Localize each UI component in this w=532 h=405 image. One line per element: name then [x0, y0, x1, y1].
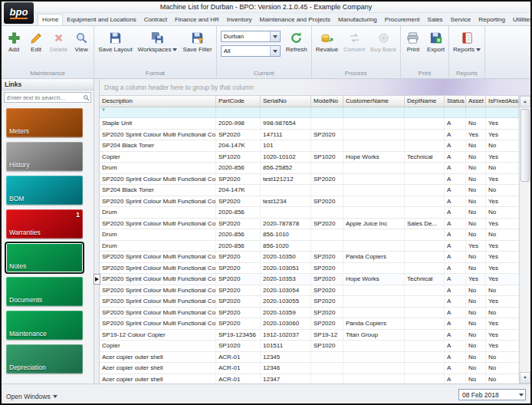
sidebar-item-warranties[interactable]: Warranties1 — [6, 209, 83, 239]
cell: 204-147K — [216, 185, 261, 196]
buy-back-button[interactable]: Buy Back — [368, 28, 399, 54]
table-row[interactable]: Drum2020-856ANoNo — [100, 207, 519, 219]
tab-manufacturing[interactable]: Manufacturing — [334, 15, 381, 25]
filter-cell-asset[interactable] — [466, 107, 486, 117]
tab-reporting[interactable]: Reporting — [475, 15, 509, 25]
table-row[interactable]: Acer copier outer shellACR-0112345ANoNo — [100, 352, 519, 364]
table-row[interactable]: SP2020 Sprint Colour Multi Functional Co… — [100, 263, 519, 275]
scroll-up-icon[interactable] — [520, 96, 530, 107]
edit-icon — [28, 29, 44, 46]
tab-maintenance-and-projects[interactable]: Maintenance and Projects — [256, 15, 335, 25]
filter-cell-modelno[interactable] — [311, 107, 343, 117]
table-row[interactable]: SP19-12 Colour CopierSP19-1234561912-102… — [100, 330, 519, 341]
table-row[interactable]: SP2020 Sprint Colour Multi Functional Co… — [100, 196, 519, 208]
sidebar-splitter[interactable] — [94, 79, 100, 384]
save-layout-button[interactable]: Save Layout — [96, 28, 134, 54]
ribbon-tabs: HomeEquipment and LocationsContractFinan… — [38, 14, 532, 25]
export-button[interactable]: Export — [425, 28, 447, 54]
tab-procurement[interactable]: Procurement — [381, 15, 424, 25]
column-header-description[interactable]: Description — [100, 96, 216, 107]
cell: SP204 Black Toner — [100, 140, 216, 151]
table-row[interactable]: SP2020 Sprint Colour Multi Functional Co… — [100, 219, 519, 230]
save-filter-button[interactable]: Save Filter — [180, 28, 214, 54]
sidebar-item-label: Depreciation — [9, 364, 46, 371]
view-button[interactable]: View — [71, 28, 92, 54]
table-row[interactable]: SP2020 Sprint Colour Multi Functional Co… — [100, 318, 519, 330]
tab-home[interactable]: Home — [38, 14, 63, 25]
site-dropdown[interactable]: Durban — [221, 31, 281, 42]
scroll-thumb[interactable] — [521, 109, 530, 182]
column-header-customername[interactable]: CustomerName — [343, 96, 405, 107]
cell: No — [466, 207, 486, 218]
cell: No — [466, 185, 486, 196]
table-row[interactable]: Staple Unit2020-998998-987654ANoYes — [100, 118, 519, 130]
print-button[interactable]: Print — [402, 28, 424, 54]
filter-cell-isfixedasset[interactable] — [486, 107, 519, 117]
tab-finance-and-hr[interactable]: Finance and HR — [171, 15, 223, 25]
sidebar-item-bom[interactable]: BOM — [6, 176, 83, 205]
revalue-button[interactable]: Revalue — [314, 28, 340, 54]
filter-cell-status[interactable] — [445, 107, 466, 117]
grid-body: Staple Unit2020-998998-987654ANoYesSP202… — [100, 118, 519, 384]
filter-cell-serialno[interactable] — [261, 107, 311, 117]
tab-utilities[interactable]: Utilities — [509, 15, 532, 25]
cell: A — [445, 318, 466, 329]
column-header-serialno[interactable]: SerialNo — [261, 96, 311, 107]
delete-button[interactable]: Delete — [48, 28, 70, 54]
tab-sales[interactable]: Sales — [424, 15, 447, 25]
sidebar-item-maintenance[interactable]: Maintenance — [6, 311, 83, 340]
column-header-partcode[interactable]: PartCode — [216, 96, 261, 107]
convert-button[interactable]: Convert — [341, 28, 367, 54]
table-row[interactable]: CopierSP1020101511SP1020ANoYes — [100, 341, 519, 352]
tab-contract[interactable]: Contract — [140, 15, 171, 25]
sidebar-item-depreciation[interactable]: Depreciation — [6, 344, 83, 374]
grid-vertical-scrollbar[interactable] — [519, 96, 530, 384]
cell: Acer copier outer shell — [100, 363, 216, 374]
cell: 2020-998 — [216, 118, 261, 129]
sidebar-item-documents[interactable]: Documents — [6, 277, 83, 306]
sidebar-item-meters[interactable]: Meters — [6, 108, 83, 137]
filter-cell-deptname[interactable] — [405, 107, 445, 117]
add-button[interactable]: Add — [3, 28, 25, 54]
table-row[interactable]: CopierSP10201020-10102SP1020Hope WorksTe… — [100, 152, 519, 163]
table-row[interactable]: SP2020 Sprint Colour Multi Functional Co… — [100, 174, 519, 186]
sidebar-item-notes[interactable]: Notes — [6, 243, 83, 272]
tab-inventory[interactable]: Inventory — [223, 15, 256, 25]
cell — [343, 196, 405, 207]
filter-cell-description[interactable] — [100, 107, 216, 117]
table-row[interactable]: Drum2020-856856-1010ANoNo — [100, 229, 519, 241]
workspaces-button[interactable]: Workspaces — [136, 28, 180, 54]
filter-cell-partcode[interactable] — [216, 107, 261, 117]
tab-service[interactable]: Service — [447, 15, 475, 25]
search-input[interactable] — [5, 94, 81, 101]
table-row[interactable]: Acer copier outer shellACR-0112346ANoNo — [100, 363, 519, 374]
sidebar-item-history[interactable]: History — [6, 142, 83, 171]
tab-equipment-and-locations[interactable]: Equipment and Locations — [63, 15, 140, 25]
column-header-isfixedasset[interactable]: IsFixedAsset — [486, 96, 519, 107]
table-row[interactable]: SP2020 Sprint Colour Multi Functional Co… — [100, 252, 519, 263]
scroll-down-icon[interactable] — [520, 372, 530, 384]
table-row[interactable]: SP2020 Sprint Colour Multi Functional Co… — [100, 285, 519, 297]
column-header-deptname[interactable]: DeptName — [405, 96, 445, 107]
edit-button[interactable]: Edit — [25, 28, 47, 54]
table-row[interactable]: SP204 Black Toner204-147K101ANoNo — [100, 140, 519, 152]
filter-cell-customername[interactable] — [343, 107, 405, 117]
reports-button[interactable]: Reports — [451, 28, 483, 54]
scroll-track[interactable] — [520, 107, 530, 372]
table-row[interactable]: SP2020 Sprint Colour Multi Functional Co… — [100, 130, 519, 141]
cell: SP2020 Sprint Colour Multi Functional Co… — [100, 318, 216, 329]
column-header-status[interactable]: Status — [445, 96, 466, 107]
refresh-button[interactable]: Refresh — [284, 28, 310, 54]
table-row[interactable]: SP204 Black Toner204-147KANoNo — [100, 185, 519, 196]
table-row[interactable]: Drum2020-856856-1020AYesYes — [100, 241, 519, 252]
date-picker[interactable]: 08 Feb 2018 — [458, 389, 526, 400]
table-row[interactable]: Acer copier outer shellACR-0112347ANoNo — [100, 374, 519, 384]
column-header-asset[interactable]: Asset — [466, 96, 486, 107]
table-row[interactable]: SP2020 Sprint Colour Multi Functional Co… — [100, 296, 519, 308]
table-row[interactable]: SP2020 Sprint Colour Multi Functional Co… — [100, 274, 519, 285]
status-filter-dropdown[interactable]: All — [221, 45, 281, 57]
table-row[interactable]: SP2020 Sprint Colour Multi Functional Co… — [100, 308, 519, 319]
column-header-modelno[interactable]: ModelNo — [311, 96, 343, 107]
table-row[interactable]: Drum2020-856856-25852ANoNo — [100, 163, 519, 174]
open-windows-button[interactable]: Open Windows — [6, 393, 57, 400]
